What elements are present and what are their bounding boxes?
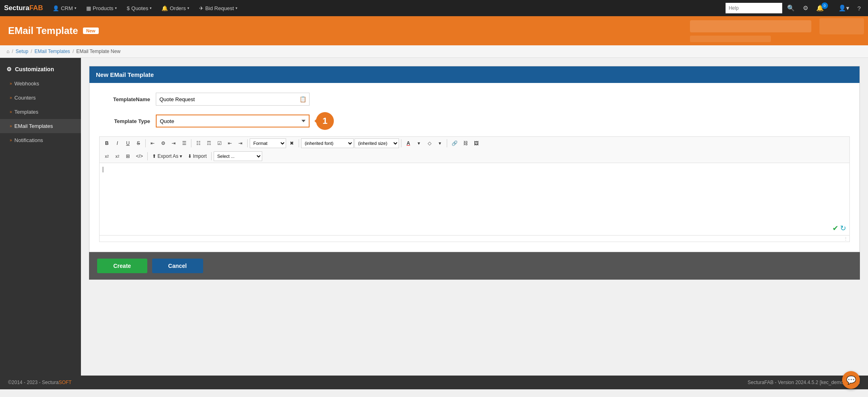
breadcrumb-email-templates[interactable]: EMail Templates: [34, 49, 70, 54]
bg-color-dropdown[interactable]: ▾: [435, 138, 445, 148]
help-input[interactable]: [726, 3, 782, 13]
refresh-icon[interactable]: ↻: [840, 224, 846, 233]
sidebar-item-label: Templates: [15, 109, 38, 115]
create-button[interactable]: Create: [97, 259, 147, 273]
main-layout: ⚙ Customization » Webhooks » Counters » …: [0, 58, 868, 376]
settings-button[interactable]: ⚙: [800, 0, 811, 16]
breadcrumb-sep: /: [72, 49, 74, 54]
sidebar-item-email-templates[interactable]: » EMail Templates: [0, 119, 81, 133]
nav-bid-request[interactable]: ✈ Bid Request ▾: [195, 0, 242, 16]
unlink-button[interactable]: ⛓: [461, 138, 471, 148]
toolbar-separator: [147, 152, 148, 160]
cancel-button[interactable]: Cancel: [152, 259, 203, 273]
search-button[interactable]: 🔍: [784, 0, 798, 16]
toolbar-separator: [447, 139, 447, 147]
dollar-icon: $: [127, 5, 129, 11]
list-ordered-button[interactable]: ☶: [204, 138, 214, 148]
italic-button[interactable]: I: [112, 138, 122, 148]
superscript-button[interactable]: x2: [112, 151, 122, 161]
grid-icon: ▦: [86, 5, 91, 11]
insert-select[interactable]: Select ...: [214, 151, 262, 161]
font-family-select[interactable]: (inherited font): [301, 138, 354, 148]
editor-resize-handle[interactable]: ⋮: [99, 236, 850, 242]
sidebar-item-counters[interactable]: » Counters: [0, 91, 81, 105]
editor-cursor: [103, 167, 103, 172]
link-button[interactable]: 🔗: [449, 138, 460, 148]
nav-products-label: Products: [93, 5, 113, 11]
underline-button[interactable]: U: [123, 138, 133, 148]
bold-button[interactable]: B: [102, 138, 112, 148]
form-header-title: New EMail Template: [96, 71, 154, 78]
outdent-button[interactable]: ⇤: [225, 138, 235, 148]
help-button[interactable]: ?: [854, 0, 864, 16]
list-checked-button[interactable]: ☑: [214, 138, 224, 148]
home-icon[interactable]: ⌂: [6, 49, 9, 54]
chevron-down-icon: ▾: [187, 6, 189, 10]
format-select[interactable]: Format Heading 1 Heading 2 Normal: [250, 138, 286, 148]
person-icon: 👤: [53, 5, 59, 11]
nav-orders-label: Orders: [170, 5, 186, 11]
arrow-icon: »: [10, 110, 12, 114]
sidebar-item-label: Webhooks: [15, 81, 39, 87]
template-type-select[interactable]: Quote Order Invoice Custom: [156, 115, 310, 127]
text-color-icon: A: [407, 140, 410, 146]
align-center-button[interactable]: ⚙: [158, 138, 168, 148]
image-button[interactable]: 🖼: [471, 138, 481, 148]
subscript-button[interactable]: x2: [102, 151, 112, 161]
clear-format-button[interactable]: ✖: [287, 138, 297, 148]
chevron-down-icon: ▾: [180, 153, 182, 159]
brand-logo[interactable]: SecturaFAB: [4, 4, 43, 12]
text-color-dropdown[interactable]: ▾: [414, 138, 424, 148]
nav-crm[interactable]: 👤 CRM ▾: [49, 0, 81, 16]
list-unordered-button[interactable]: ☷: [193, 138, 203, 148]
sidebar-item-notifications[interactable]: » Notifications: [0, 133, 81, 147]
gear-icon: ⚙: [6, 66, 12, 72]
chevron-down-icon: ▾: [115, 6, 117, 10]
sidebar-item-templates[interactable]: » Templates: [0, 105, 81, 119]
nav-quotes-label: Quotes: [132, 5, 149, 11]
sidebar-item-webhooks[interactable]: » Webhooks: [0, 76, 81, 91]
user-button[interactable]: 👤▾: [835, 0, 853, 16]
align-left-button[interactable]: ⇤: [148, 138, 157, 148]
spell-check-icon[interactable]: ✔: [832, 224, 838, 233]
bell-icon: 🔔: [161, 5, 168, 11]
nav-quotes[interactable]: $ Quotes ▾: [123, 0, 156, 16]
calendar-icon: 📋: [299, 96, 306, 102]
align-right-button[interactable]: ⇥: [169, 138, 178, 148]
sidebar-title: ⚙ Customization: [0, 62, 81, 76]
page-footer: ©2014 - 2023 - SecturaSOFT SecturaFAB - …: [0, 376, 868, 389]
chat-button[interactable]: 💬: [842, 371, 860, 389]
upload-icon: ⬆: [152, 153, 156, 159]
sidebar-item-label: Counters: [15, 95, 36, 101]
sidebar-item-label: EMail Templates: [15, 123, 53, 129]
callout-number: 1: [323, 116, 327, 126]
template-name-input[interactable]: [156, 93, 310, 106]
indent-button[interactable]: ⇥: [236, 138, 245, 148]
toolbar-separator: [191, 139, 191, 147]
nav-orders[interactable]: 🔔 Orders ▾: [157, 0, 193, 16]
chevron-down-icon: ▾: [74, 6, 76, 10]
email-editor[interactable]: ✔ ↻: [99, 163, 850, 236]
font-size-select[interactable]: (inherited size): [354, 138, 399, 148]
breadcrumb-setup[interactable]: Setup: [16, 49, 28, 54]
sidebar: ⚙ Customization » Webhooks » Counters » …: [0, 58, 81, 376]
import-label: Import: [193, 153, 207, 159]
table-button[interactable]: ⊞: [123, 151, 133, 161]
export-as-button[interactable]: ⬆ Export As ▾: [150, 151, 184, 161]
bg-color-button[interactable]: ◇: [424, 138, 434, 148]
strikethrough-button[interactable]: S: [134, 138, 143, 148]
breadcrumb: ⌂ / Setup / EMail Templates / EMail Temp…: [0, 45, 868, 58]
footer-soft: SOFT: [59, 380, 72, 385]
toolbar-separator: [247, 139, 248, 147]
notifications-button[interactable]: 🔔0: [813, 0, 834, 16]
align-justify-button[interactable]: ☰: [179, 138, 189, 148]
code-button[interactable]: </>: [134, 151, 145, 161]
chevron-down-icon: ▾: [236, 6, 238, 10]
editor-toolbar-row2: x2 x2 ⊞ </> ⬆ Export As ▾ ⬇ Import: [99, 150, 850, 163]
text-color-button[interactable]: A: [403, 138, 413, 148]
nav-products[interactable]: ▦ Products ▾: [82, 0, 121, 16]
import-button[interactable]: ⬇ Import: [185, 151, 209, 161]
toolbar-separator: [211, 152, 212, 160]
template-type-row: Template Type Quote Order Invoice Custom…: [99, 112, 850, 130]
page-banner: EMail Template New: [0, 16, 868, 45]
